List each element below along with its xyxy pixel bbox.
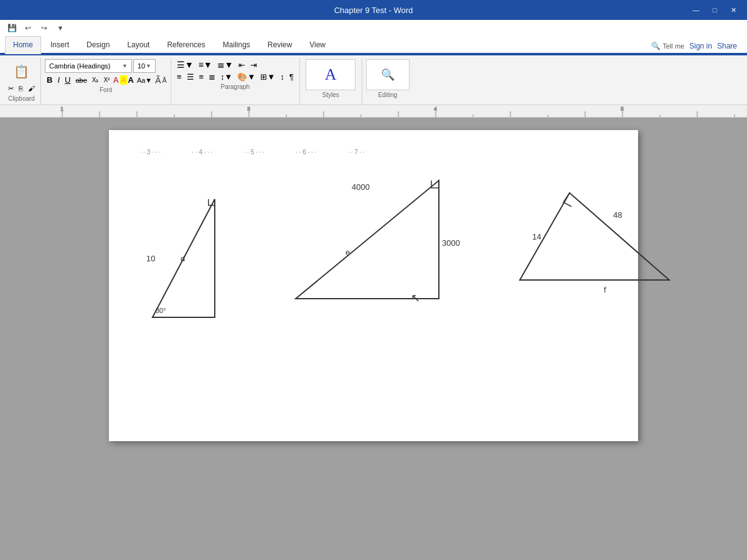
- share-button[interactable]: Share: [717, 42, 737, 50]
- aa-button[interactable]: Aa▼: [135, 76, 154, 85]
- editing-display[interactable]: 🔍: [366, 59, 410, 90]
- window-title: Chapter 9 Test - Word: [334, 6, 413, 15]
- undo-quick-btn[interactable]: ↩: [21, 21, 35, 35]
- app-container: Chapter 9 Test - Word — □ ✕ 💾 ↩ ↪ ▼ Home…: [0, 0, 747, 560]
- ruler-svg: 1 3 4 5: [0, 105, 747, 118]
- svg-text:14: 14: [532, 232, 541, 241]
- show-formatting-btn[interactable]: ¶: [288, 72, 296, 82]
- sign-in-link[interactable]: Sign in: [689, 42, 712, 50]
- clipboard-label: Clipboard: [8, 95, 35, 102]
- svg-text:30°: 30°: [156, 307, 166, 314]
- title-bar: Chapter 9 Test - Word — □ ✕: [0, 0, 747, 20]
- multilevel-list-btn[interactable]: ≣▼: [215, 59, 235, 70]
- styles-label: Styles: [322, 91, 339, 98]
- svg-text:4: 4: [434, 106, 437, 112]
- strikethrough-button[interactable]: abe: [73, 76, 88, 85]
- svg-text:10: 10: [146, 254, 155, 263]
- justify-btn[interactable]: ≣: [207, 72, 217, 82]
- line-spacing-btn[interactable]: ↕▼: [218, 72, 234, 82]
- tab-insert[interactable]: Insert: [42, 36, 77, 53]
- svg-text:5: 5: [621, 106, 624, 112]
- close-button[interactable]: ✕: [725, 4, 742, 16]
- svg-text:f: f: [604, 285, 606, 294]
- triangle1-svg: 10 d 30°: [146, 193, 240, 336]
- tell-me-input[interactable]: 🔍 Tell me: [651, 42, 684, 50]
- triangle3-svg: 14 48 f: [507, 180, 682, 292]
- copy-button[interactable]: ⎘: [17, 84, 25, 93]
- font-group-label: Font: [45, 86, 167, 93]
- highlight-color-a[interactable]: A: [120, 75, 127, 85]
- big-a-icon: Ã: [155, 75, 161, 85]
- clipboard-group: 📋 ✂ ⎘ 🖌 Clipboard: [2, 58, 41, 105]
- triangle1-wrapper: 10 d 30°: [146, 193, 240, 338]
- svg-text:3: 3: [247, 106, 250, 112]
- svg-text:3000: 3000: [442, 238, 460, 248]
- editing-label: Editing: [378, 91, 397, 98]
- svg-text:1: 1: [60, 106, 63, 112]
- paste-button[interactable]: 📋: [12, 60, 32, 83]
- font-color-a[interactable]: A: [113, 75, 118, 85]
- tab-references[interactable]: References: [159, 36, 213, 53]
- redo-quick-btn[interactable]: ↪: [37, 21, 51, 35]
- bold-button[interactable]: B: [45, 75, 54, 85]
- tab-home[interactable]: Home: [5, 36, 41, 54]
- list-bullets-btn[interactable]: ☰▼: [175, 59, 195, 70]
- tab-design[interactable]: Design: [78, 36, 118, 53]
- borders-btn[interactable]: ⊞▼: [258, 72, 277, 82]
- ribbon-tabs: Home Insert Design Layout References Mai…: [0, 36, 747, 54]
- editing-icon: 🔍: [381, 68, 395, 82]
- tab-review[interactable]: Review: [260, 36, 300, 53]
- customize-quick-btn[interactable]: ▼: [54, 21, 67, 35]
- title-bar-controls: — □ ✕: [687, 4, 742, 16]
- svg-text:e: e: [345, 248, 350, 257]
- triangle3-wrapper: 14 48 f: [507, 180, 682, 295]
- cut-button[interactable]: ✂: [6, 84, 16, 93]
- triangles-container: 10 d 30° 4000: [140, 162, 607, 351]
- sort-btn[interactable]: ↕: [278, 72, 286, 82]
- ruler-indicator: · · 3 · · · · · 4 · · · · · 5 · · · · · …: [140, 149, 607, 156]
- paragraph-group: ☰▼ ≡▼ ≣▼ ⇤ ⇥ ≡ ☰ ≡ ≣ ↕▼ 🎨▼ ⊞▼ ↕ ¶ Paragr…: [171, 58, 300, 105]
- svg-text:48: 48: [613, 210, 622, 220]
- list-numbers-btn[interactable]: ≡▼: [197, 59, 214, 70]
- triangle2-svg: 4000 3000 e ↖: [289, 174, 451, 317]
- svg-marker-34: [520, 193, 669, 280]
- font-size-selector[interactable]: 10 ▼: [133, 59, 156, 73]
- increase-indent-btn[interactable]: ⇥: [248, 60, 259, 70]
- subscript-button[interactable]: X₂: [90, 76, 101, 84]
- ribbon-content: 📋 ✂ ⎘ 🖌 Clipboard Cambria (Headings) ▼: [0, 55, 747, 105]
- text-color-a[interactable]: A: [128, 75, 134, 85]
- save-quick-btn[interactable]: 💾: [5, 21, 19, 35]
- tab-layout[interactable]: Layout: [119, 36, 157, 53]
- svg-text:4000: 4000: [352, 182, 370, 192]
- ruler: 1 3 4 5: [0, 105, 747, 118]
- font-name-selector[interactable]: Cambria (Headings) ▼: [45, 59, 132, 73]
- align-left-btn[interactable]: ≡: [175, 72, 184, 82]
- superscript-button[interactable]: X²: [101, 76, 111, 84]
- svg-text:d: d: [181, 254, 185, 263]
- minimize-button[interactable]: —: [687, 4, 705, 16]
- font-group: Cambria (Headings) ▼ 10 ▼ B I U abe X₂ X…: [41, 58, 171, 105]
- decrease-indent-btn[interactable]: ⇤: [237, 60, 247, 70]
- svg-text:↖: ↖: [411, 292, 420, 304]
- shading-btn[interactable]: 🎨▼: [235, 72, 257, 82]
- editing-group: 🔍 Editing: [362, 58, 413, 105]
- tab-mailings[interactable]: Mailings: [215, 36, 258, 53]
- styles-group: A Styles: [300, 58, 362, 105]
- maximize-button[interactable]: □: [706, 4, 723, 16]
- italic-button[interactable]: I: [55, 75, 62, 85]
- underline-button[interactable]: U: [63, 75, 72, 85]
- small-a-icon: Å: [162, 77, 167, 84]
- svg-marker-29: [296, 180, 439, 299]
- svg-rect-0: [0, 105, 747, 118]
- triangle2-wrapper: 4000 3000 e ↖: [289, 174, 451, 320]
- styles-a-icon: A: [325, 65, 337, 84]
- format-painter-button[interactable]: 🖌: [26, 84, 37, 93]
- styles-display[interactable]: A: [306, 59, 355, 90]
- align-right-btn[interactable]: ≡: [197, 72, 206, 82]
- align-center-btn[interactable]: ☰: [185, 72, 196, 82]
- tab-view[interactable]: View: [301, 36, 334, 53]
- paragraph-label: Paragraph: [175, 83, 296, 90]
- word-page: · · 3 · · · · · 4 · · · · · 5 · · · · · …: [109, 130, 638, 441]
- content-area: · · 3 · · · · · 4 · · · · · 5 · · · · · …: [0, 118, 747, 560]
